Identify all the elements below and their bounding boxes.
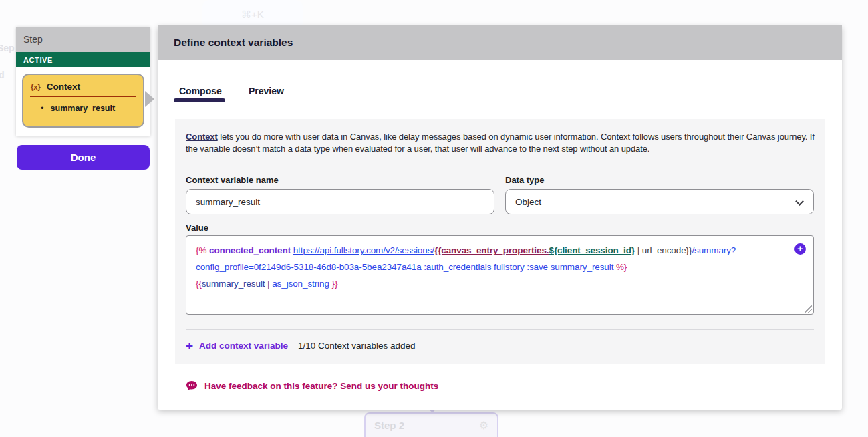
code-line: {{summary_result | as_json_string }}	[196, 275, 804, 292]
context-description: Context lets you do more with user data …	[186, 131, 817, 156]
code-token: | url_encode}}	[635, 245, 692, 255]
code-line: config_profile=0f2149d6-5318-46d8-b03a-5…	[196, 259, 804, 275]
context-variable-name-input[interactable]	[186, 189, 494, 214]
context-variable-name: summary_result	[51, 104, 116, 113]
step-panel: Step ACTIVE {x} Context • summary_result	[16, 27, 150, 136]
code-token: config_profile=0f2149d6-5318-46d8-b03a-5…	[196, 262, 616, 272]
code-token: {%	[196, 245, 209, 255]
value-field-label: Value	[186, 223, 208, 233]
name-field-label: Context variable name	[186, 175, 279, 185]
code-token: as_json_string	[272, 279, 331, 289]
code-token: {{canvas_entry_properties.	[434, 245, 549, 255]
context-doc-link[interactable]: Context	[186, 132, 218, 142]
faded-background-text: d	[0, 69, 5, 80]
bullet-icon: •	[41, 103, 44, 113]
context-description-text: lets you do more with user data in Canva…	[186, 132, 815, 154]
variable-count-text: 1/10 Context variables added	[298, 341, 416, 351]
section-divider	[186, 329, 814, 330]
code-token: https://api.fullstory.com/v2/sessions/	[293, 245, 434, 255]
insert-personalization-icon[interactable]: +	[794, 243, 806, 255]
context-step-card[interactable]: {x} Context • summary_result	[22, 74, 144, 128]
feedback-link[interactable]: Have feedback on this feature? Send us y…	[186, 380, 438, 391]
done-button[interactable]: Done	[17, 145, 150, 170]
gear-icon: ⚙	[479, 420, 488, 431]
code-token: {{	[196, 279, 202, 289]
modal-title: Define context variables	[174, 37, 293, 49]
step-panel-title: Step	[23, 34, 43, 45]
code-token: ${client_session_id}	[549, 245, 635, 255]
code-token: %}	[616, 262, 627, 272]
step-connector-arrow-icon	[145, 91, 154, 107]
data-type-selected-value: Object	[515, 197, 541, 207]
code-line: {% connected_content https://api.fullsto…	[196, 242, 804, 259]
code-token: }}	[331, 279, 337, 289]
context-variable-icon: {x}	[31, 83, 41, 91]
canvas-editor-screen: ⌘+K Sep d Step 2 ⚙ Step ACTIVE {x} Conte…	[0, 0, 868, 437]
context-variable-item: • summary_result	[23, 97, 143, 113]
tab-compose[interactable]: Compose	[179, 86, 222, 96]
step2-label: Step 2	[374, 420, 404, 431]
code-token: /summary?	[692, 245, 736, 255]
add-context-variable-button[interactable]: Add context variable	[199, 341, 288, 351]
background-step2-card: Step 2 ⚙	[364, 412, 498, 437]
shortcut-hint: ⌘+K	[241, 9, 264, 21]
select-divider	[786, 195, 786, 210]
modal-header: Define context variables	[158, 25, 842, 60]
chevron-down-icon	[795, 197, 804, 206]
feedback-text: Have feedback on this feature? Send us y…	[204, 381, 438, 391]
code-token: summary_result |	[202, 279, 272, 289]
context-card-title: Context	[47, 82, 80, 92]
value-editor-lines: {% connected_content https://api.fullsto…	[196, 242, 804, 292]
speech-bubble-icon	[186, 380, 198, 391]
type-field-label: Data type	[505, 175, 545, 185]
data-type-select[interactable]: Object	[505, 189, 814, 214]
define-context-variables-modal: Define context variables Compose Preview…	[158, 25, 842, 410]
context-card-header: {x} Context	[23, 75, 143, 92]
add-variable-row: + Add context variable 1/10 Context vari…	[186, 339, 416, 352]
step-panel-header: Step	[16, 27, 150, 52]
tabs-divider	[175, 102, 826, 102]
value-editor[interactable]: {% connected_content https://api.fullsto…	[186, 235, 814, 315]
resize-handle-icon[interactable]	[805, 305, 812, 313]
code-token: connected_content	[209, 245, 291, 255]
plus-icon[interactable]: +	[186, 339, 193, 352]
faded-background-text: Sep	[0, 43, 15, 53]
active-status-badge: ACTIVE	[16, 52, 150, 67]
tab-preview[interactable]: Preview	[249, 86, 284, 96]
